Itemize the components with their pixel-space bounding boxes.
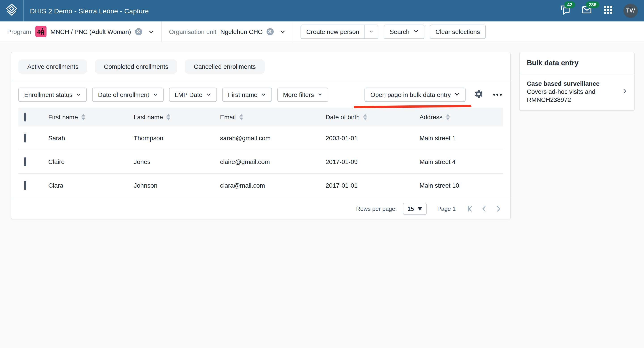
apps-menu-button[interactable] [602,4,614,17]
widget-title: Bulk data entry [520,52,634,74]
open-bulk-data-entry-label: Open page in bulk data entry [370,91,451,98]
chevron-down-icon [153,91,158,98]
org-unit-chevron-down-icon[interactable] [280,28,286,35]
search-chevron-down-icon [413,28,418,35]
program-chevron-down-icon[interactable] [148,28,154,35]
program-icon [35,26,46,37]
program-selector: Program MNCH / PNC (Adult Woman) [0,21,162,41]
more-options-button[interactable] [492,89,503,101]
cell-last-name: Jones [134,150,220,173]
rows-per-page-label: Rows per page: [356,205,397,212]
row-checkbox[interactable] [24,133,26,142]
select-all-checkbox[interactable] [24,113,26,122]
cell-address: Main street 4 [420,150,503,173]
cell-date-of-birth: 2003-01-01 [326,126,420,150]
ellipsis-icon [493,94,502,96]
filter-label: Date of enrollment [98,91,149,98]
cell-date-of-birth: 2017-01-09 [326,150,420,173]
item-description: Covers ad-hoc visits and RMNCH238972 [527,88,612,104]
context-bar: Program MNCH / PNC (Adult Woman) Organis… [0,21,644,42]
sort-icon[interactable] [166,114,170,120]
cell-email: clara@mail.com [220,173,326,197]
messages-badge: 236 [586,1,599,8]
next-page-button[interactable] [493,204,503,213]
filter-label: First name [228,91,258,98]
clear-selections-button[interactable]: Clear selections [430,24,486,39]
create-new-person-dropdown-icon[interactable] [364,25,378,38]
table-row[interactable]: Clara Johnson clara@mail.com 2017-01-01 … [18,173,503,197]
sort-icon[interactable] [239,114,243,120]
chevron-down-icon [454,91,460,98]
org-unit-clear-icon[interactable] [266,28,274,35]
table-row[interactable]: Claire Jones claire@gmail.com 2017-01-09… [18,150,503,173]
cell-email: claire@gmail.com [220,150,326,173]
column-header-address: Address [420,114,442,121]
annotation-red-underline [354,105,471,108]
dhis2-logo[interactable] [0,0,24,21]
tab-cancelled-enrollments[interactable]: Cancelled enrollments [185,59,265,74]
org-unit-label: Organisation unit [169,28,216,35]
cell-address: Main street 1 [420,126,503,150]
select-caret-icon [418,207,422,210]
pagination-bar: Rows per page: 15 Page 1 [11,198,510,219]
cell-date-of-birth: 2017-01-01 [326,173,420,197]
page-indicator: Page 1 [438,205,456,212]
rows-per-page-value: 15 [408,205,414,212]
gear-icon [474,89,483,100]
filter-first-name[interactable]: First name [222,88,272,102]
cell-first-name: Claire [48,150,134,173]
search-button-label: Search [390,28,410,35]
filter-enrollment-status[interactable]: Enrollment status [18,88,87,102]
chevron-down-icon [76,91,81,98]
column-header-date-of-birth: Date of birth [326,114,360,121]
chevron-down-icon [206,91,211,98]
notifications-button[interactable]: 42 [559,4,572,17]
column-header-email: Email [220,114,236,121]
dhis2-logo-icon [5,3,18,18]
apps-grid-icon [603,4,614,17]
sort-icon[interactable] [446,114,450,120]
chevron-down-icon [318,91,322,98]
cell-email: sarah@gmail.com [220,126,326,150]
search-button[interactable]: Search [384,24,424,39]
enrollment-status-tabs: Active enrollments Completed enrollments… [11,52,510,81]
bulk-data-entry-item[interactable]: Case based surveillance Covers ad-hoc vi… [520,74,634,110]
clear-selections-label: Clear selections [435,28,480,35]
filter-toolbar: Enrollment status Date of enrollment LMP… [11,81,510,108]
rows-per-page-select[interactable]: 15 [403,203,427,215]
chevron-down-icon [261,91,266,98]
sort-icon[interactable] [82,114,86,120]
create-new-person-split-button: Create new person [300,24,378,39]
app-title: DHIS 2 Demo - Sierra Leone - Capture [30,7,149,14]
table-row[interactable]: Sarah Thompson sarah@gmail.com 2003-01-0… [18,126,503,150]
cell-address: Main street 10 [420,173,503,197]
program-clear-icon[interactable] [135,28,142,35]
cell-first-name: Sarah [48,126,134,150]
column-settings-button[interactable] [473,89,484,101]
filter-more-filters[interactable]: More filters [277,88,328,102]
sort-icon[interactable] [363,114,368,120]
messages-button[interactable]: 236 [580,4,593,17]
row-checkbox[interactable] [24,181,26,190]
notifications-badge: 42 [564,1,575,8]
user-avatar[interactable]: TW [624,3,638,18]
previous-page-button[interactable] [479,204,489,213]
filter-lmp-date[interactable]: LMP Date [169,88,217,102]
tab-active-enrollments[interactable]: Active enrollments [18,59,88,74]
filter-label: More filters [283,91,314,98]
enrollment-list-card: Active enrollments Completed enrollments… [11,52,511,219]
filter-label: LMP Date [175,91,202,98]
program-value[interactable]: MNCH / PNC (Adult Woman) [50,28,131,35]
create-new-person-button[interactable]: Create new person [301,25,365,38]
row-checkbox[interactable] [24,157,26,166]
filter-date-of-enrollment[interactable]: Date of enrollment [92,88,164,102]
org-unit-value[interactable]: Ngelehun CHC [220,28,262,35]
cell-first-name: Clara [48,173,134,197]
open-bulk-data-entry-button[interactable]: Open page in bulk data entry [364,88,466,102]
bulk-data-entry-widget: Bulk data entry Case based surveillance … [519,52,634,111]
filter-label: Enrollment status [24,91,72,98]
first-page-button[interactable] [465,204,474,213]
item-title: Case based surveillance [527,80,612,87]
cell-last-name: Thompson [134,126,220,150]
tab-completed-enrollments[interactable]: Completed enrollments [95,59,177,74]
